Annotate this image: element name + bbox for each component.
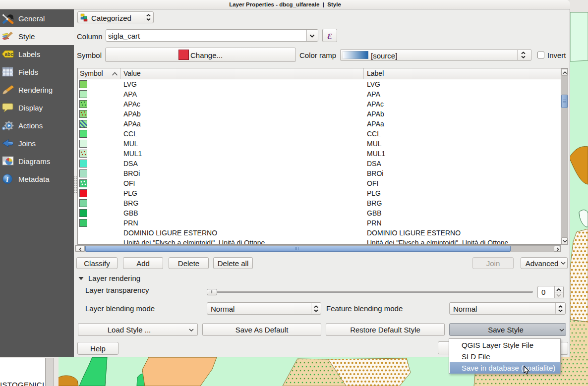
svg-text:abc: abc	[5, 52, 14, 57]
